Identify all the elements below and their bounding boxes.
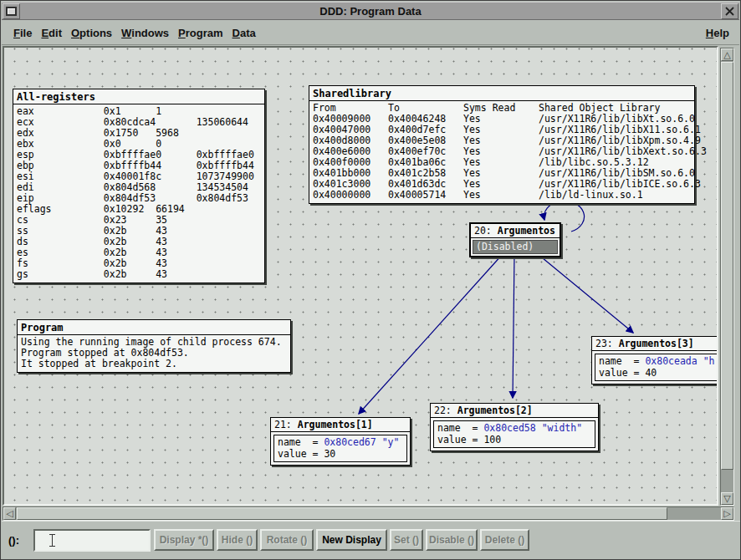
- argument-label: ():: [8, 534, 19, 547]
- node-23-name: Argumentos[3]: [619, 338, 694, 349]
- program-line: It stopped at breakpoint 2.: [21, 359, 287, 369]
- scroll-right-button[interactable]: ▷: [721, 507, 733, 520]
- member-row[interactable]: value = 40: [599, 367, 717, 379]
- program-title: Program: [18, 320, 290, 335]
- node-23-title: 23: Argumentos[3]: [592, 337, 717, 351]
- edge-20-21: [359, 254, 503, 414]
- member-row[interactable]: value = 100: [437, 434, 591, 445]
- display-node-22[interactable]: 22: Argumentos[2] name = 0x80ced58 "widt…: [430, 403, 599, 451]
- node-20-name: Argumentos: [498, 225, 555, 237]
- window-title: DDD: Program Data: [2, 5, 739, 18]
- menu-edit[interactable]: Edit: [41, 27, 62, 39]
- all-registers-display[interactable]: All-registers eax 0x1 1 ecx 0x80cdca4 13…: [13, 89, 265, 283]
- menu-help[interactable]: Help: [706, 27, 729, 39]
- all-registers-title: All-registers: [13, 89, 264, 104]
- sharedlibrary-title: Sharedlibrary: [309, 86, 694, 101]
- vertical-scrollbar-thumb[interactable]: [721, 62, 733, 470]
- display-button[interactable]: Display *(): [154, 529, 214, 551]
- edge-20-22: [513, 254, 514, 398]
- member-label: value =: [278, 448, 324, 460]
- scroll-left-button[interactable]: ◁: [3, 507, 16, 520]
- member-value: 0x80ced58 "width": [483, 422, 582, 434]
- node-20-number: 20:: [474, 225, 498, 237]
- scroll-up-button[interactable]: △: [721, 48, 733, 61]
- member-value: 0x80ced67 "y": [324, 436, 399, 448]
- node-20-title: 20: Argumentos: [471, 224, 560, 238]
- node-22-title: 22: Argumentos[2]: [431, 404, 598, 418]
- ddd-window: DDD: Program Data File Edit Options Wind…: [0, 0, 741, 560]
- new-display-button[interactable]: New Display: [316, 529, 387, 551]
- node-22-members: name = 0x80ced58 "width" value = 100: [433, 420, 595, 448]
- sharedlibrary-body: From To Syms Read Shared Object Library …: [309, 101, 694, 203]
- set-button[interactable]: Set (): [390, 529, 423, 551]
- menu-options[interactable]: Options: [71, 27, 112, 39]
- display-node-21[interactable]: 21: Argumentos[1] name = 0x80ced67 "y" v…: [270, 417, 411, 466]
- menu-file[interactable]: File: [13, 27, 32, 39]
- scroll-down-button[interactable]: ▽: [721, 492, 733, 505]
- register-row: gs 0x2b 43: [17, 269, 261, 280]
- member-row[interactable]: value = 30: [278, 448, 403, 460]
- menu-windows[interactable]: Windows: [121, 27, 169, 39]
- node-21-title: 21: Argumentos[1]: [271, 418, 410, 432]
- sharedlibrary-row: 0x40000000 0x40005714 Yes /lib/ld-linux.…: [313, 190, 691, 201]
- node-21-number: 21:: [274, 419, 298, 430]
- member-value: 100: [483, 434, 501, 445]
- node-21-members: name = 0x80ced67 "y" value = 30: [273, 435, 407, 462]
- hide-button[interactable]: Hide (): [217, 529, 258, 551]
- canvas-frame: All-registers eax 0x1 1 ecx 0x80cdca4 13…: [3, 46, 718, 506]
- program-display[interactable]: Program Using the running image of child…: [17, 319, 291, 373]
- member-row[interactable]: name = 0x80ceada "h: [599, 355, 717, 367]
- close-icon: [724, 6, 735, 17]
- member-label: name =: [437, 422, 483, 434]
- display-node-23[interactable]: 23: Argumentos[3] name = 0x80ceada "h va…: [591, 336, 717, 384]
- member-value: 40: [645, 367, 657, 379]
- member-label: name =: [278, 436, 324, 448]
- node-23-number: 23:: [595, 338, 619, 349]
- member-value: 30: [324, 448, 335, 460]
- sharedlibrary-display[interactable]: Sharedlibrary From To Syms Read Shared O…: [309, 85, 695, 204]
- display-node-20[interactable]: 20: Argumentos (Disabled): [469, 222, 561, 257]
- member-label: value =: [599, 367, 645, 379]
- menubar: File Edit Options Windows Program Data H…: [2, 21, 739, 45]
- argument-toolbar: (): Display *() Hide () Rotate () New Di…: [2, 521, 741, 560]
- node-23-members: name = 0x80ceada "h value = 40: [595, 354, 717, 381]
- rotate-button[interactable]: Rotate (): [260, 529, 314, 551]
- all-registers-body: eax 0x1 1 ecx 0x80cdca4 135060644 edx 0x…: [13, 104, 264, 283]
- member-value: 0x80ceada "h: [645, 355, 714, 367]
- window-close-button[interactable]: [721, 3, 738, 19]
- menu-data[interactable]: Data: [233, 27, 256, 39]
- member-row[interactable]: name = 0x80ced58 "width": [437, 422, 591, 434]
- menu-program[interactable]: Program: [178, 27, 222, 39]
- member-label: value =: [437, 434, 483, 445]
- delete-button[interactable]: Delete (): [480, 529, 529, 551]
- horizontal-scrollbar[interactable]: ◁ ▷: [3, 507, 734, 521]
- disable-button[interactable]: Disable (): [426, 529, 478, 551]
- node-22-number: 22:: [434, 405, 457, 416]
- data-display-canvas[interactable]: All-registers eax 0x1 1 ecx 0x80cdca4 13…: [4, 48, 717, 504]
- node-22-name: Argumentos[2]: [457, 405, 533, 416]
- node-21-name: Argumentos[1]: [298, 419, 373, 430]
- member-label: name =: [599, 355, 645, 367]
- text-cursor: [49, 534, 55, 547]
- program-body: Using the running image of child process…: [18, 335, 290, 372]
- titlebar[interactable]: DDD: Program Data: [2, 2, 739, 20]
- node-20-status[interactable]: (Disabled): [473, 240, 558, 254]
- edge-20-23: [538, 254, 633, 333]
- horizontal-scrollbar-thumb[interactable]: [17, 507, 667, 520]
- argument-field-frame: [33, 529, 151, 552]
- member-row[interactable]: name = 0x80ced67 "y": [278, 436, 403, 448]
- vertical-scrollbar[interactable]: △ ▽: [720, 48, 734, 506]
